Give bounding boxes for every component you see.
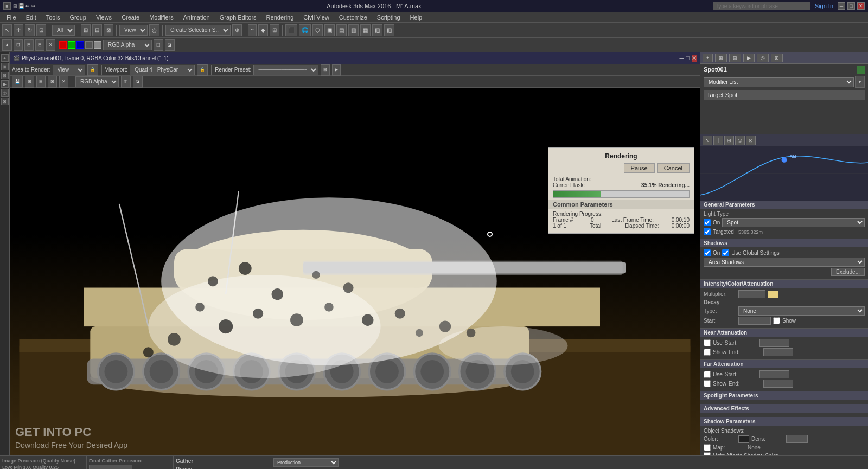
far-attenuation-title[interactable]: Far Attenuation (700, 360, 868, 368)
app-icon[interactable]: ■ (3, 2, 11, 10)
light-icon-3[interactable]: ⊞ (724, 136, 734, 145)
menu-help[interactable]: Help (406, 13, 427, 22)
production-dropdown[interactable]: Production (273, 458, 339, 467)
menu-create[interactable]: Create (117, 13, 144, 22)
tool2-c[interactable]: ⊞ (24, 39, 34, 51)
menu-civil-view[interactable]: Civil View (299, 13, 333, 22)
light-icon-2[interactable]: | (713, 136, 723, 145)
light-icon-1[interactable]: ↖ (703, 136, 712, 145)
render-type-dropdown[interactable]: Create Selection S... (165, 25, 231, 36)
shadows-title[interactable]: Shadows (700, 239, 868, 247)
menu-animation[interactable]: Animation (179, 13, 214, 22)
sidebar-utilities-icon[interactable]: ⊠ (1, 98, 9, 105)
far-end-input[interactable]: 20000.0 (763, 380, 793, 388)
tool-select[interactable]: ↖ (2, 24, 12, 36)
tool-spacing[interactable]: ⊠ (104, 24, 113, 36)
area-shadows-dropdown[interactable]: Area Shadows (704, 258, 865, 267)
decay-show-checkbox[interactable] (773, 317, 780, 324)
multiplier-input[interactable]: 20.368 (738, 290, 765, 298)
tool-more3[interactable]: ▥ (348, 24, 359, 36)
cancel-button[interactable]: Cancel (657, 163, 690, 173)
tool-scale[interactable]: ⊡ (36, 24, 46, 36)
search-input[interactable] (713, 2, 810, 10)
render-display2-btn[interactable]: ◪ (133, 76, 143, 88)
view-select-dropdown[interactable]: View (119, 25, 148, 36)
menu-file[interactable]: File (2, 13, 21, 22)
modifier-expand-btn[interactable]: ▼ (855, 76, 865, 88)
light-affects-checkbox[interactable] (704, 452, 711, 455)
color-picker-btn[interactable] (768, 291, 778, 298)
color-red[interactable] (59, 41, 67, 49)
light-icon-4[interactable]: ◎ (735, 136, 745, 145)
shadow-params-title[interactable]: Shadow Parameters (700, 417, 868, 426)
tool-mat[interactable]: ⬡ (312, 24, 323, 36)
tool-more5[interactable]: ▧ (372, 24, 382, 36)
tool-more2[interactable]: ▤ (336, 24, 347, 36)
light-on-checkbox[interactable] (704, 219, 711, 226)
tool-keys[interactable]: ◆ (258, 24, 268, 36)
render-save-btn[interactable]: 💾 (12, 76, 23, 88)
right-tab-hierarchy[interactable]: ⊟ (729, 54, 741, 62)
channel-dropdown[interactable]: RGB Alpha (103, 40, 152, 50)
sidebar-create-icon[interactable]: + (1, 54, 9, 62)
tool-curve[interactable]: ~ (248, 24, 257, 36)
render-win-close[interactable]: ✕ (692, 55, 697, 62)
tool-render[interactable]: ⬛ (285, 24, 297, 36)
intensity-title[interactable]: Intensity/Color/Attenuation (700, 280, 868, 288)
shadows-on-checkbox[interactable] (704, 249, 711, 256)
menu-tools[interactable]: Tools (42, 13, 65, 22)
tool-rotate[interactable]: ↻ (25, 24, 35, 36)
right-tab-modify[interactable]: ⊞ (715, 54, 727, 62)
menu-customize[interactable]: Customize (335, 13, 372, 22)
tool-filters[interactable]: ⊞ (270, 24, 279, 36)
menu-graph-editors[interactable]: Graph Editors (215, 13, 261, 22)
render-clone-btn[interactable]: ⊟ (36, 76, 46, 88)
viewport-lock-btn[interactable]: 🔒 (197, 64, 208, 76)
tool2-e[interactable]: ✕ (46, 39, 55, 51)
near-show-checkbox[interactable] (704, 349, 711, 356)
render-preset-dropdown[interactable]: ────────────── (253, 65, 318, 75)
decay-start-input[interactable]: 40000.0 (738, 317, 771, 325)
advanced-effects-title[interactable]: Advanced Effects (700, 404, 868, 413)
minimize-btn[interactable]: ─ (838, 2, 845, 10)
shadow-color-swatch[interactable] (738, 435, 749, 443)
general-params-title[interactable]: General Parameters (700, 201, 868, 209)
targeted-checkbox[interactable] (704, 228, 711, 235)
far-start-input[interactable]: 80000.0 (760, 370, 789, 378)
render-channel-dropdown[interactable]: RGB Alpha (75, 76, 119, 87)
menu-group[interactable]: Group (65, 13, 91, 22)
color-bg[interactable] (94, 41, 101, 49)
tool-more1[interactable]: ▣ (324, 24, 335, 36)
render-copy-btn[interactable]: ⊞ (25, 76, 34, 88)
render-clear-btn[interactable]: ⊠ (48, 76, 57, 88)
menu-edit[interactable]: Edit (22, 13, 41, 22)
area-render-dropdown[interactable]: View (53, 65, 85, 75)
render-go-btn[interactable]: ▶ (332, 64, 341, 76)
tool-move[interactable]: ✛ (14, 24, 23, 36)
tool2-select[interactable]: ▲ (2, 39, 12, 51)
tool-mirror[interactable]: ⊞ (81, 24, 91, 36)
modifier-list-dropdown[interactable]: Modifier List (704, 77, 854, 87)
color-swatch[interactable] (857, 66, 865, 74)
right-tab-utilities[interactable]: ⊠ (771, 54, 783, 62)
map-checkbox[interactable] (704, 444, 711, 451)
near-use-checkbox[interactable] (704, 339, 711, 346)
menu-views[interactable]: Views (92, 13, 116, 22)
render-win-maximize[interactable]: □ (686, 55, 690, 62)
sidebar-motion-icon[interactable]: ▶ (1, 80, 9, 88)
close-btn[interactable]: ✕ (857, 2, 865, 10)
tool2-b[interactable]: ⊡ (14, 39, 23, 51)
near-attenuation-title[interactable]: Near Attenuation (700, 329, 868, 337)
tool-more6[interactable]: ▨ (384, 24, 394, 36)
color-lock[interactable] (85, 41, 93, 49)
use-global-checkbox[interactable] (722, 249, 729, 256)
right-tab-create[interactable]: + (703, 54, 713, 62)
menu-modifiers[interactable]: Modifiers (145, 13, 178, 22)
right-tab-motion[interactable]: ▶ (743, 54, 755, 62)
select-mode-dropdown[interactable]: All (52, 25, 75, 36)
right-tab-display[interactable]: ◎ (757, 54, 769, 62)
color-green[interactable] (68, 41, 75, 49)
render-delete-btn[interactable]: ✕ (59, 76, 68, 88)
render-settings-btn[interactable]: ⊞ (321, 64, 330, 76)
render-display1-btn[interactable]: ◫ (121, 76, 131, 88)
